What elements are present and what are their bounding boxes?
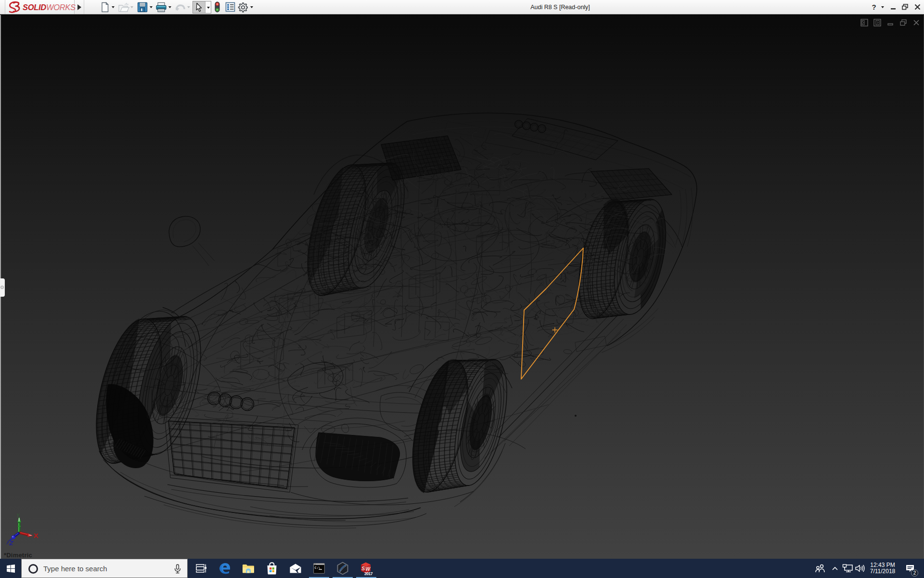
start-icon[interactable] xyxy=(7,565,15,573)
volume-icon[interactable] xyxy=(855,564,865,573)
brand-works: WORKS xyxy=(46,3,76,12)
undo-caret[interactable] xyxy=(187,6,190,8)
new-document-icon[interactable] xyxy=(100,2,110,13)
taskbar-command-prompt[interactable]: C:\ xyxy=(308,559,330,578)
tray-chevron-button[interactable] xyxy=(829,559,841,578)
taskbar-task-view[interactable] xyxy=(191,559,212,578)
taskbar-solidworks-2017[interactable]: SW2017 xyxy=(356,559,377,578)
settings-caret[interactable] xyxy=(250,6,253,8)
select-caret[interactable] xyxy=(207,7,210,9)
select-tool-button[interactable] xyxy=(192,1,211,13)
mail-icon[interactable] xyxy=(289,563,302,574)
tray-chevron-icon[interactable] xyxy=(832,566,838,571)
select-cursor-icon[interactable] xyxy=(195,2,204,12)
tray-network-button[interactable] xyxy=(841,559,854,578)
panel-collapse-tab[interactable] xyxy=(0,278,5,297)
print-caret[interactable] xyxy=(168,6,171,8)
undo-icon[interactable] xyxy=(174,3,186,13)
options-list-button[interactable] xyxy=(225,2,235,14)
open-icon[interactable] xyxy=(118,2,129,13)
new-document-caret[interactable] xyxy=(112,6,115,8)
edge-icon[interactable] xyxy=(218,562,231,575)
open-caret[interactable] xyxy=(130,6,133,8)
flyout-arrow-icon xyxy=(77,4,81,10)
print-icon[interactable] xyxy=(155,2,167,13)
taskbar: Type here to search C:\ SW2017 12:43 PM … xyxy=(0,559,924,578)
taskbar-mail[interactable] xyxy=(285,559,306,578)
xpress-products-button[interactable] xyxy=(215,1,220,14)
doc-pane-right-button[interactable] xyxy=(873,18,881,26)
doc-pane-right-icon xyxy=(873,19,881,26)
graphics-viewport[interactable]: Y *Dimetric xyxy=(0,15,924,559)
help-icon[interactable]: ? xyxy=(872,3,876,11)
minimize-button[interactable] xyxy=(888,0,898,14)
screen: SOLIDWORKS Audi R8 S [Read-only] ? Y xyxy=(0,0,924,578)
cortana-icon xyxy=(28,564,38,574)
taskbar-edge[interactable] xyxy=(214,559,235,578)
xpress-products-icon[interactable] xyxy=(215,1,220,13)
help-caret[interactable] xyxy=(881,6,884,8)
microphone-button[interactable] xyxy=(174,564,181,576)
search-placeholder: Type here to search xyxy=(43,559,107,578)
search-box[interactable]: Type here to search xyxy=(21,559,188,578)
sw-year-label: 2017 xyxy=(364,571,373,576)
minimize-icon xyxy=(890,4,896,10)
undo-button[interactable] xyxy=(174,3,186,14)
settings-gear-icon[interactable] xyxy=(237,2,248,13)
taskbar-file-explorer[interactable] xyxy=(238,559,259,578)
doc-restore-button[interactable] xyxy=(899,18,907,26)
microphone-icon[interactable] xyxy=(174,564,181,574)
store-icon[interactable] xyxy=(266,562,278,575)
restore-button[interactable] xyxy=(899,0,910,14)
restore-icon xyxy=(902,4,908,10)
taskbar-mixed-reality-viewer[interactable] xyxy=(332,559,353,578)
solidworks-taskbar-icon[interactable]: SW2017 xyxy=(359,562,373,575)
orientation-triad: Y xyxy=(7,512,38,545)
panel-tab-dot xyxy=(0,286,4,289)
network-icon[interactable] xyxy=(842,564,853,573)
people-icon[interactable] xyxy=(815,564,825,573)
command-prompt-icon[interactable]: C:\ xyxy=(313,563,325,574)
doc-pane-left-button[interactable] xyxy=(860,18,868,26)
doc-close-icon xyxy=(913,19,920,26)
close-button[interactable] xyxy=(911,0,923,14)
doc-restore-icon xyxy=(899,19,907,26)
view-orientation-label: *Dimetric xyxy=(4,552,32,559)
task-view-icon[interactable] xyxy=(196,564,206,573)
document-window-controls xyxy=(860,18,920,26)
new-document-button[interactable] xyxy=(100,2,110,14)
help-button[interactable]: ? xyxy=(869,0,879,14)
doc-minimize-button[interactable] xyxy=(886,18,894,26)
viewport-canvas[interactable]: Y xyxy=(0,15,924,559)
stray-vertex-dot xyxy=(575,415,577,417)
ds-logo xyxy=(7,0,25,14)
clock-date: 7/11/2018 xyxy=(870,568,896,575)
close-icon xyxy=(914,4,921,10)
print-button[interactable] xyxy=(155,2,167,14)
taskbar-clock[interactable]: 12:43 PM 7/11/2018 xyxy=(864,559,901,578)
save-icon[interactable] xyxy=(137,2,148,13)
doc-pane-left-icon xyxy=(860,19,868,26)
mixed-reality-viewer-icon[interactable] xyxy=(336,562,349,575)
svg-text:C:\: C:\ xyxy=(315,566,321,570)
brand-solid: SOLID xyxy=(23,3,46,12)
solidworks-logo[interactable]: SOLIDWORKS xyxy=(5,0,75,14)
toolbar-flyout-button[interactable] xyxy=(75,0,84,14)
doc-minimize-icon xyxy=(887,19,894,26)
titlebar: SOLIDWORKS Audi R8 S [Read-only] ? xyxy=(0,0,924,14)
file-explorer-icon[interactable] xyxy=(242,563,255,574)
open-button[interactable] xyxy=(118,2,129,15)
window-title: Audi R8 S [Read-only] xyxy=(488,0,632,14)
settings-button[interactable] xyxy=(237,2,248,14)
save-caret[interactable] xyxy=(150,6,153,8)
doc-close-button[interactable] xyxy=(912,18,920,26)
sw-letter-s: S xyxy=(361,565,365,571)
start-button[interactable] xyxy=(0,559,21,578)
notification-badge: 2 xyxy=(911,569,918,577)
save-button[interactable] xyxy=(137,2,148,14)
options-list-icon[interactable] xyxy=(225,2,235,12)
tray-people-button[interactable] xyxy=(813,559,827,578)
taskbar-store[interactable] xyxy=(261,559,282,578)
